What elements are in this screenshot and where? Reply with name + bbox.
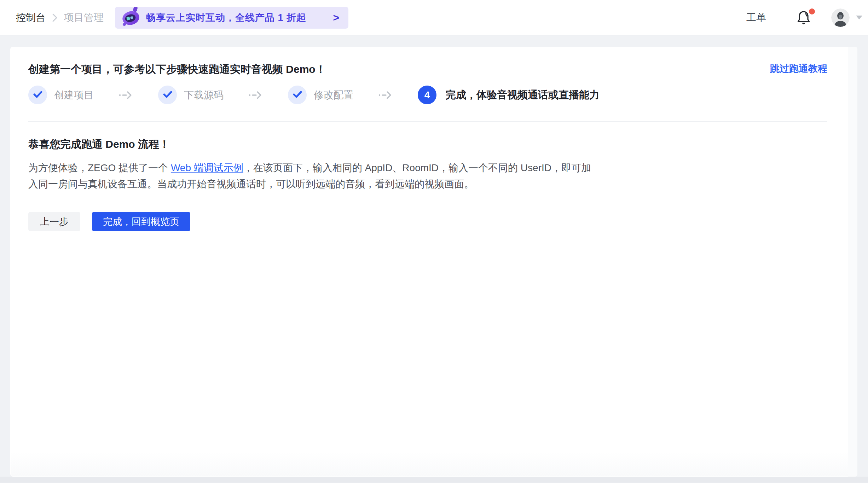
step-download-source: 下载源码 — [158, 86, 224, 104]
step-2-circle — [158, 86, 177, 104]
main-content-area: 创建第一个项目，可参考以下步骤快速跑通实时音视频 Demo！ 跳过跑通教程 创建… — [0, 35, 868, 483]
step-finish: 4 完成，体验音视频通话或直播能力 — [418, 86, 600, 104]
step-modify-config: 修改配置 — [288, 86, 353, 104]
step-create-project: 创建项目 — [28, 86, 94, 104]
web-debug-example-link[interactable]: Web 端调试示例 — [171, 162, 243, 173]
step-1-label: 创建项目 — [54, 88, 94, 102]
step-3-label: 修改配置 — [314, 88, 353, 102]
chevron-right-icon — [52, 13, 58, 22]
check-icon — [33, 91, 42, 99]
zego-console-page: 控制台 项目管理 — [0, 0, 868, 483]
mascot-megaphone-icon — [121, 7, 141, 29]
step-1-circle — [28, 86, 47, 104]
step-4-number: 4 — [424, 89, 430, 101]
check-icon — [293, 91, 302, 99]
breadcrumb: 控制台 项目管理 — [16, 11, 104, 24]
getting-started-card: 创建第一个项目，可参考以下步骤快速跑通实时音视频 Demo！ 跳过跑通教程 创建… — [10, 47, 857, 477]
skip-tutorial-link[interactable]: 跳过跑通教程 — [770, 62, 827, 76]
previous-step-button[interactable]: 上一步 — [28, 212, 80, 231]
avatar[interactable] — [831, 8, 850, 27]
promo-banner[interactable]: 畅享云上实时互动，全线产品 1 折起 > — [115, 7, 348, 29]
step-3-circle — [288, 86, 307, 104]
breadcrumb-console[interactable]: 控制台 — [16, 11, 46, 24]
ticket-link[interactable]: 工单 — [746, 11, 766, 24]
promo-banner-left: 畅享云上实时互动，全线产品 1 折起 — [121, 7, 333, 29]
wizard-title: 创建第一个项目，可参考以下步骤快速跑通实时音视频 Demo！ — [28, 62, 326, 77]
dashed-arrow-icon — [118, 90, 133, 100]
step-2-label: 下载源码 — [184, 88, 224, 102]
promo-arrow-icon[interactable]: > — [333, 12, 339, 23]
wizard-button-row: 上一步 完成，回到概览页 — [28, 212, 827, 231]
card-header: 创建第一个项目，可参考以下步骤快速跑通实时音视频 Demo！ 跳过跑通教程 — [28, 62, 827, 77]
congrats-heading: 恭喜您完成跑通 Demo 流程！ — [28, 136, 827, 152]
promo-banner-text: 畅享云上实时互动，全线产品 1 折起 — [146, 11, 306, 24]
dashed-arrow-icon — [248, 90, 262, 100]
step-4-circle: 4 — [418, 86, 436, 104]
wizard-steps: 创建项目 下载源码 — [28, 86, 827, 104]
step-4-label: 完成，体验音视频通话或直播能力 — [446, 88, 600, 102]
dashed-arrow-icon — [378, 90, 392, 100]
check-icon — [163, 91, 172, 99]
bottom-strip — [0, 477, 868, 483]
chevron-down-icon[interactable] — [856, 16, 862, 19]
notification-bell-button[interactable] — [797, 10, 811, 25]
top-bar: 控制台 项目管理 — [0, 0, 868, 35]
topbar-right-cluster: 工单 — [746, 8, 862, 27]
description-text-before: 为方便体验，ZEGO 提供了一个 — [28, 162, 171, 173]
unread-notification-dot — [809, 8, 815, 14]
scrollbar-track[interactable] — [848, 47, 857, 477]
demo-description: 为方便体验，ZEGO 提供了一个 Web 端调试示例，在该页面下，输入相同的 A… — [28, 160, 598, 192]
bell-icon — [797, 21, 811, 27]
breadcrumb-project-management: 项目管理 — [64, 11, 104, 24]
finish-return-overview-button[interactable]: 完成，回到概览页 — [92, 212, 190, 231]
section-divider — [28, 121, 827, 122]
